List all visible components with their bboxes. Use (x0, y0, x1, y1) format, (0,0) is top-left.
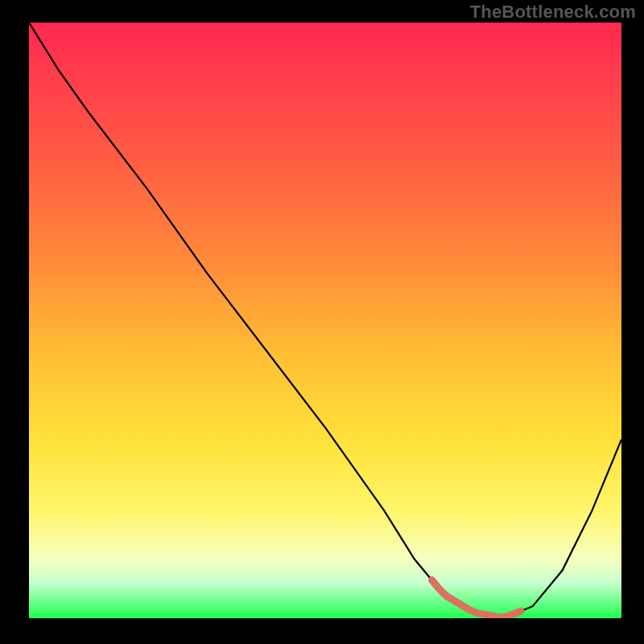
chart-container: TheBottleneck.com (0, 0, 644, 644)
watermark-text: TheBottleneck.com (470, 2, 636, 23)
plot-area (29, 23, 621, 618)
bottleneck-curve-svg (29, 23, 621, 618)
bottleneck-curve-path (29, 23, 621, 618)
trough-highlight-path (432, 580, 521, 617)
